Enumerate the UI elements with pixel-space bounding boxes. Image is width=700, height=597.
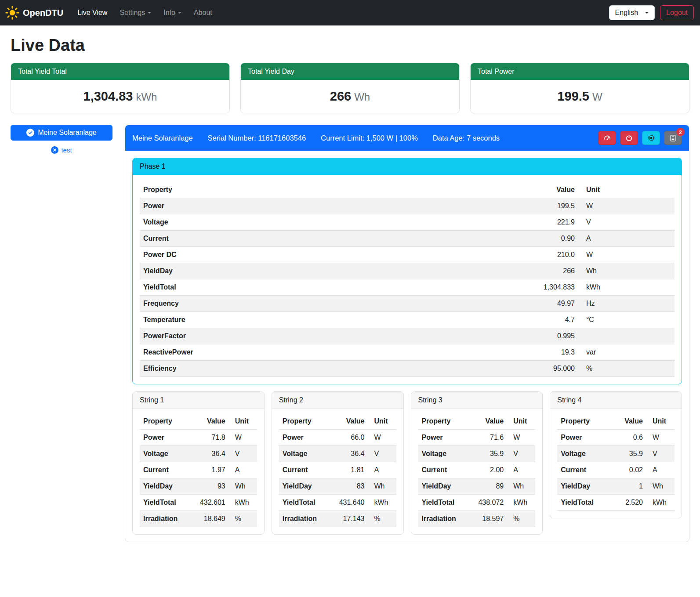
unit-cell: %	[578, 361, 675, 377]
unit-cell: %	[229, 511, 257, 527]
table-row: Voltage 36.4 V	[140, 446, 257, 462]
inverter-action-buttons: 2	[598, 131, 682, 145]
inverter-item-test[interactable]: test	[11, 146, 112, 154]
unit-cell: kWh	[646, 495, 675, 511]
column-header-property: Property	[557, 413, 612, 430]
logout-button[interactable]: Logout	[660, 5, 694, 20]
check-circle-icon	[26, 129, 34, 137]
inverter-data-age: Data Age: 7 seconds	[433, 134, 500, 142]
value-cell: 95.000	[402, 361, 578, 377]
nav-item-live-view[interactable]: Live View	[71, 5, 113, 20]
table-row: YieldTotal 432.601 kWh	[140, 495, 257, 511]
property-cell: Power	[140, 430, 190, 446]
value-cell: 0.90	[402, 231, 578, 247]
language-select[interactable]: English	[609, 5, 655, 20]
value-cell: 0.6	[612, 430, 646, 446]
summary-value: 266	[330, 89, 351, 103]
value-cell: 2.00	[468, 462, 507, 478]
summary-card-body: 1,304.83kWh	[11, 80, 229, 113]
column-header-property: Property	[418, 413, 468, 430]
unit-cell: V	[646, 446, 675, 462]
column-header-value: Value	[329, 413, 368, 430]
inverter-card-header: Meine Solaranlage Serial Number: 1161716…	[125, 125, 689, 151]
table-row: YieldDay 266 Wh	[140, 263, 675, 279]
unit-cell: °C	[578, 312, 675, 328]
property-cell: YieldTotal	[140, 495, 190, 511]
value-cell: 438.072	[468, 495, 507, 511]
table-row: YieldDay 89 Wh	[418, 478, 536, 495]
unit-cell: kWh	[578, 279, 675, 296]
value-cell: 66.0	[329, 430, 368, 446]
nav-item-label: About	[194, 9, 212, 17]
unit-cell: A	[229, 462, 257, 478]
nav-item-label: Info	[163, 9, 175, 17]
string-card-3: String 3 Property Value Unit	[411, 391, 543, 535]
property-cell: ReactivePower	[140, 344, 402, 361]
string-title: String 2	[272, 392, 403, 409]
cpu-icon	[647, 134, 655, 142]
table-row: YieldDay 83 Wh	[279, 478, 396, 495]
value-cell: 210.0	[402, 247, 578, 263]
table-row: Voltage 35.9 V	[557, 446, 675, 462]
table-row: YieldTotal 431.640 kWh	[279, 495, 396, 511]
table-row: Voltage 35.9 V	[418, 446, 536, 462]
nav-item-label: Live View	[77, 9, 107, 17]
property-cell: PowerFactor	[140, 328, 402, 344]
string-table: Property Value Unit Power	[140, 413, 257, 527]
summary-card-title: Total Power	[471, 63, 689, 80]
unit-cell: W	[578, 247, 675, 263]
value-cell: 431.640	[329, 495, 368, 511]
value-cell: 266	[402, 263, 578, 279]
nav-item-settings[interactable]: Settings	[113, 5, 157, 20]
power-button[interactable]	[620, 131, 638, 145]
brand[interactable]: OpenDTU	[5, 6, 63, 20]
chevron-down-icon	[178, 12, 181, 14]
property-cell: YieldDay	[140, 263, 402, 279]
unit-cell: W	[229, 430, 257, 446]
limit-settings-button[interactable]	[598, 131, 616, 145]
summary-unit: kWh	[136, 91, 157, 103]
inverter-select-button[interactable]: Meine Solaranlage	[11, 125, 112, 141]
column-header-value: Value	[190, 413, 229, 430]
unit-cell: A	[368, 462, 396, 478]
property-cell: YieldDay	[279, 478, 329, 495]
string-card-1: String 1 Property Value Unit	[132, 391, 265, 535]
table-row: Power 199.5 W	[140, 198, 675, 214]
summary-card-body: 266Wh	[241, 80, 459, 113]
summary-value: 199.5	[557, 89, 589, 103]
unit-cell: W	[646, 430, 675, 446]
value-cell: 35.9	[612, 446, 646, 462]
property-cell: Voltage	[140, 446, 190, 462]
property-cell: YieldTotal	[279, 495, 329, 511]
string-table: Property Value Unit Power	[418, 413, 536, 527]
event-log-button[interactable]: 2	[664, 131, 682, 145]
value-cell: 199.5	[402, 198, 578, 214]
inverter-item-label: test	[61, 146, 72, 154]
inverter-card: Meine Solaranlage Serial Number: 1161716…	[125, 125, 689, 542]
property-cell: Temperature	[140, 312, 402, 328]
chevron-down-icon	[645, 12, 649, 14]
table-row: Efficiency 95.000 %	[140, 361, 675, 377]
value-cell: 71.6	[468, 430, 507, 446]
property-cell: YieldTotal	[418, 495, 468, 511]
x-circle-icon	[51, 146, 58, 154]
unit-cell: Wh	[646, 478, 675, 495]
unit-cell: V	[507, 446, 535, 462]
unit-cell: kWh	[368, 495, 396, 511]
property-cell: Current	[418, 462, 468, 478]
property-cell: YieldTotal	[557, 495, 612, 511]
nav-item-info[interactable]: Info	[157, 5, 188, 20]
summary-unit: W	[592, 91, 602, 103]
value-cell: 1,304.833	[402, 279, 578, 296]
string-table: Property Value Unit Power	[279, 413, 396, 527]
value-cell: 71.8	[190, 430, 229, 446]
value-cell: 35.9	[468, 446, 507, 462]
nav-item-about[interactable]: About	[188, 5, 218, 20]
property-cell: Irradiation	[279, 511, 329, 527]
brand-name: OpenDTU	[23, 8, 63, 18]
value-cell: 18.597	[468, 511, 507, 527]
table-row: Power 66.0 W	[279, 430, 396, 446]
device-info-button[interactable]	[642, 131, 660, 145]
table-row: Irradiation 18.649 %	[140, 511, 257, 527]
property-cell: YieldDay	[557, 478, 612, 495]
